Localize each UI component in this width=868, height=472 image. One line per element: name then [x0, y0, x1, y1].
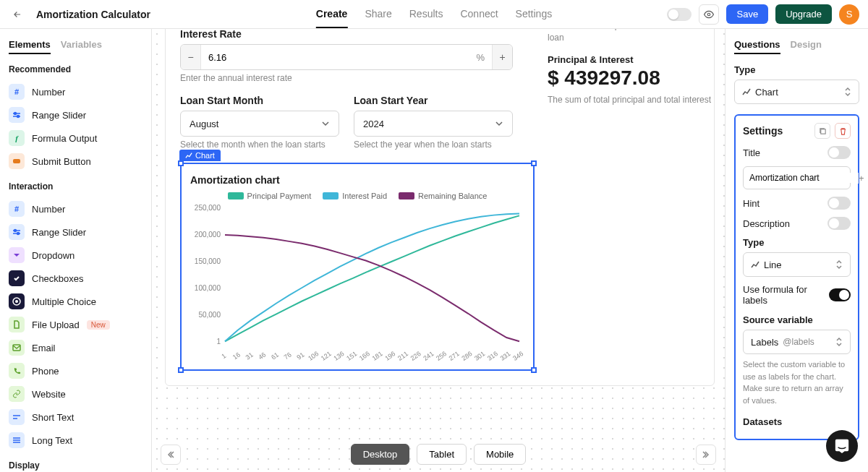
chart-icon	[742, 87, 751, 96]
prev-page-button[interactable]	[161, 445, 181, 465]
rtab-questions[interactable]: Questions	[734, 39, 780, 54]
elem-phone[interactable]: Phone	[9, 359, 142, 382]
svg-text:200,000: 200,000	[195, 231, 221, 239]
chart-element[interactable]: Amortization chart Principal Payment Int…	[180, 163, 535, 371]
svg-rect-39	[820, 129, 825, 133]
loan-month-label: Loan Start Month	[180, 95, 339, 106]
formula-icon: f	[9, 130, 25, 146]
svg-text:136: 136	[333, 350, 346, 362]
interest-rate-input[interactable]: − % +	[180, 44, 513, 70]
elem-formula-output[interactable]: fFormula Output	[9, 126, 142, 150]
source-var-label: Source variable	[743, 314, 851, 325]
device-desktop[interactable]: Desktop	[351, 444, 410, 465]
delete-button[interactable]	[835, 123, 851, 139]
elem-checkboxes[interactable]: Checkboxes	[9, 267, 142, 290]
resize-handle[interactable]	[178, 367, 184, 373]
svg-point-2	[17, 116, 20, 118]
tab-settings[interactable]: Settings	[516, 1, 553, 28]
title-input[interactable]: +	[743, 166, 851, 189]
hint-toggle-label: Hint	[743, 198, 760, 209]
upgrade-button[interactable]: Upgrade	[775, 4, 832, 24]
svg-text:91: 91	[295, 351, 305, 361]
type-select[interactable]: Chart	[734, 80, 859, 104]
decrement-button[interactable]: −	[181, 45, 201, 69]
svg-text:250,000: 250,000	[195, 205, 221, 212]
elem-dropdown[interactable]: Dropdown	[9, 244, 142, 267]
source-var-select[interactable]: Labels @labels	[743, 330, 851, 354]
title-toggle-label: Title	[743, 147, 760, 158]
svg-text:301: 301	[473, 350, 486, 362]
button-icon	[9, 153, 25, 169]
source-var-hint: Select the custom variable to use as lab…	[743, 359, 851, 406]
formula-labels-toggle[interactable]	[829, 288, 851, 301]
duplicate-button[interactable]	[814, 123, 830, 139]
resize-handle[interactable]	[531, 160, 537, 166]
elem-long-text[interactable]: Long Text	[9, 429, 142, 452]
tab-connect[interactable]: Connect	[460, 1, 498, 28]
tab-share[interactable]: Share	[365, 1, 391, 28]
sidebar-tab-elements[interactable]: Elements	[9, 39, 51, 54]
hash-icon: #	[9, 201, 25, 217]
chart-selection-tag: Chart	[179, 150, 221, 161]
svg-text:211: 211	[396, 350, 409, 362]
resize-handle[interactable]	[531, 367, 537, 373]
elem-file-upload[interactable]: File UploadNew	[9, 313, 142, 336]
svg-text:166: 166	[358, 350, 371, 362]
svg-point-4	[14, 230, 17, 232]
next-page-button[interactable]	[696, 445, 716, 465]
pi-hint: The sum of total principal and total int…	[548, 94, 714, 106]
publish-toggle[interactable]	[667, 8, 692, 21]
canvas[interactable]: Interest Rate − % + Enter the annual int…	[152, 29, 725, 472]
elem-short-text[interactable]: Short Text	[9, 406, 142, 429]
title-toggle[interactable]	[827, 146, 851, 159]
app-title: Amortization Calculator	[36, 9, 150, 20]
pi-value: $ 439297.08	[548, 66, 714, 90]
device-tablet[interactable]: Tablet	[417, 444, 467, 465]
chart-type-select[interactable]: Line	[743, 252, 851, 277]
svg-text:241: 241	[422, 350, 435, 362]
file-icon	[9, 317, 25, 332]
increment-button[interactable]: +	[492, 45, 512, 69]
top-nav-tabs: Create Share Results Connect Settings	[316, 1, 552, 28]
intercom-launcher[interactable]	[826, 430, 858, 462]
loan-month-select[interactable]: August	[180, 111, 339, 137]
checkbox-icon	[9, 270, 25, 286]
svg-point-0	[708, 13, 711, 16]
elem-website[interactable]: Website	[9, 382, 142, 406]
elem-email[interactable]: Email	[9, 336, 142, 359]
add-variable-button[interactable]: +	[858, 173, 864, 184]
email-icon	[9, 340, 25, 356]
tab-create[interactable]: Create	[316, 1, 348, 28]
user-avatar[interactable]: S	[839, 4, 859, 25]
svg-rect-8	[13, 345, 20, 351]
sidebar-tab-variables[interactable]: Variables	[61, 39, 102, 54]
hint-toggle[interactable]	[827, 197, 851, 210]
description-toggle[interactable]	[827, 217, 851, 230]
loan-year-select[interactable]: 2024	[354, 111, 513, 137]
svg-text:286: 286	[460, 350, 473, 362]
svg-text:50,000: 50,000	[198, 311, 221, 319]
elem-number-2[interactable]: #Number	[9, 197, 142, 220]
percent-suffix: %	[469, 52, 492, 63]
interest-hint: The total interest paid over the life of…	[548, 29, 714, 44]
chevron-updown-icon	[835, 337, 843, 347]
back-button[interactable]	[9, 6, 26, 23]
elem-range-slider-2[interactable]: Range Slider	[9, 220, 142, 244]
svg-text:150,000: 150,000	[195, 257, 221, 265]
elem-submit-button[interactable]: Submit Button	[9, 150, 142, 173]
svg-text:331: 331	[499, 350, 512, 362]
preview-button[interactable]	[699, 4, 719, 25]
interest-rate-field[interactable]	[201, 52, 469, 63]
right-sidebar: Questions Design Type Chart Settings Tit…	[725, 29, 868, 472]
save-button[interactable]: Save	[726, 4, 768, 24]
device-mobile[interactable]: Mobile	[474, 444, 526, 465]
resize-handle[interactable]	[178, 160, 184, 166]
elem-multiple-choice[interactable]: Multiple Choice	[9, 290, 142, 313]
elem-number[interactable]: #Number	[9, 80, 142, 103]
slider-icon	[9, 107, 25, 123]
rtab-design[interactable]: Design	[791, 39, 822, 54]
section-recommended: Recommended	[9, 64, 142, 74]
elem-range-slider[interactable]: Range Slider	[9, 103, 142, 126]
loan-month-hint: Select the month when the loan starts	[180, 140, 339, 150]
tab-results[interactable]: Results	[409, 1, 443, 28]
